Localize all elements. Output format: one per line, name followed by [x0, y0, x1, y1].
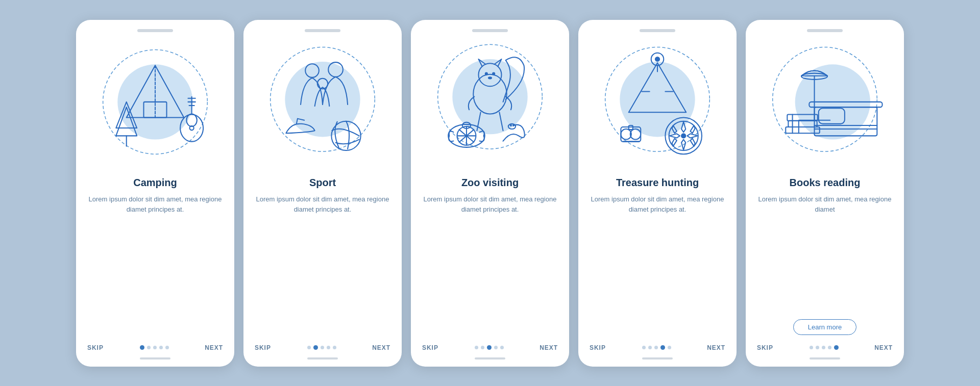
card-desc: Lorem ipsum dolor sit dim amet, mea regi…	[757, 194, 893, 312]
next-button[interactable]: NEXT	[874, 344, 893, 351]
phone-notch	[640, 29, 675, 32]
svg-point-33	[512, 124, 514, 126]
svg-marker-50	[670, 134, 680, 138]
svg-point-44	[630, 129, 641, 139]
skip-button[interactable]: SKIP	[255, 344, 271, 351]
dot-1	[642, 346, 646, 349]
dot-5	[333, 346, 336, 349]
dot-1	[810, 346, 813, 349]
progress-dots	[810, 345, 839, 350]
learn-more-button[interactable]: Learn more	[793, 319, 856, 335]
svg-point-40	[655, 56, 660, 61]
bottom-bar	[810, 357, 840, 359]
card-title: Treasure hunting	[616, 176, 699, 189]
dot-3	[822, 346, 825, 349]
dot-2	[147, 346, 151, 349]
dot-3	[321, 346, 324, 349]
progress-dots	[140, 345, 169, 350]
phone-notch	[137, 29, 173, 32]
illustration-zoo	[422, 38, 558, 171]
dot-4	[660, 345, 665, 350]
dot-3	[487, 345, 492, 350]
svg-point-26	[492, 72, 495, 75]
dot-2	[313, 345, 318, 350]
phone-notch	[807, 29, 843, 32]
dot-1	[307, 346, 311, 349]
card-footer: SKIP NEXT	[590, 340, 725, 352]
next-button[interactable]: NEXT	[372, 344, 390, 351]
svg-point-25	[485, 72, 488, 75]
dot-5	[165, 346, 169, 349]
dot-1	[140, 345, 144, 350]
dot-1	[475, 346, 478, 349]
svg-point-8	[180, 114, 203, 141]
screens-container: Camping Lorem ipsum dolor sit dim amet, …	[76, 20, 904, 367]
skip-button[interactable]: SKIP	[422, 344, 438, 351]
svg-marker-53	[690, 138, 695, 146]
card-title: Sport	[309, 176, 336, 189]
dot-5	[500, 346, 504, 349]
card-desc: Lorem ipsum dolor sit dim amet, mea regi…	[87, 194, 223, 333]
svg-marker-55	[672, 138, 677, 146]
svg-point-32	[510, 124, 512, 126]
dot-4	[327, 346, 330, 349]
skip-button[interactable]: SKIP	[590, 344, 606, 351]
next-button[interactable]: NEXT	[540, 344, 558, 351]
dot-4	[494, 346, 498, 349]
dot-2	[648, 346, 652, 349]
card-desc: Lorem ipsum dolor sit dim amet, mea regi…	[590, 194, 725, 333]
dot-3	[654, 346, 658, 349]
next-button[interactable]: NEXT	[707, 344, 725, 351]
svg-point-9	[186, 114, 197, 126]
phone-card-zoo: Zoo visiting Lorem ipsum dolor sit dim a…	[411, 20, 569, 367]
card-title: Books reading	[790, 176, 861, 189]
card-title: Zoo visiting	[461, 176, 519, 189]
progress-dots	[642, 345, 671, 350]
progress-dots	[307, 345, 336, 350]
phone-card-camping: Camping Lorem ipsum dolor sit dim amet, …	[76, 20, 234, 367]
next-button[interactable]: NEXT	[205, 344, 223, 351]
bottom-bar	[140, 357, 170, 359]
phone-notch	[472, 29, 508, 32]
skip-button[interactable]: SKIP	[87, 344, 104, 351]
phone-card-treasure: Treasure hunting Lorem ipsum dolor sit d…	[578, 20, 737, 367]
dot-4	[159, 346, 163, 349]
illustration-sport	[255, 38, 390, 171]
dot-5	[834, 345, 839, 350]
dot-2	[481, 346, 484, 349]
card-footer: SKIP NEXT	[87, 340, 223, 352]
phone-card-sport: Sport Lorem ipsum dolor sit dim amet, me…	[243, 20, 402, 367]
svg-point-56	[681, 133, 686, 138]
svg-marker-54	[690, 125, 695, 133]
bottom-bar	[307, 357, 338, 359]
skip-button[interactable]: SKIP	[757, 344, 773, 351]
dot-4	[828, 346, 831, 349]
card-desc: Lorem ipsum dolor sit dim amet, mea regi…	[422, 194, 558, 333]
bottom-bar	[642, 357, 673, 359]
illustration-treasure	[590, 38, 725, 171]
card-footer: SKIP NEXT	[255, 340, 390, 352]
dot-2	[816, 346, 819, 349]
svg-point-27	[488, 76, 492, 79]
card-footer: SKIP NEXT	[422, 340, 558, 352]
card-desc: Lorem ipsum dolor sit dim amet, mea regi…	[255, 194, 390, 333]
phone-card-books: Books reading Lorem ipsum dolor sit dim …	[746, 20, 904, 367]
dot-3	[153, 346, 157, 349]
illustration-books	[757, 38, 893, 171]
bottom-bar	[475, 357, 505, 359]
progress-dots	[475, 345, 504, 350]
phone-notch	[305, 29, 340, 32]
illustration-camping	[87, 38, 223, 171]
dot-5	[668, 346, 671, 349]
card-footer: SKIP NEXT	[757, 340, 893, 352]
card-title: Camping	[133, 176, 177, 189]
